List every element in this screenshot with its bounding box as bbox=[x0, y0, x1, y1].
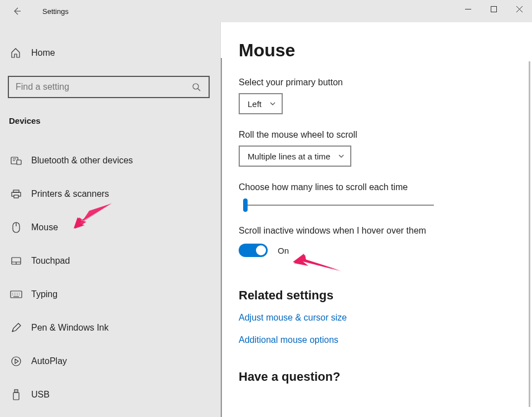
toggle-state-label: On bbox=[278, 246, 289, 255]
sidebar-item-label: Touchpad bbox=[31, 256, 70, 266]
svg-rect-4 bbox=[13, 190, 19, 192]
vertical-scrollbar[interactable] bbox=[529, 61, 530, 407]
search-box[interactable] bbox=[8, 76, 210, 98]
primary-button-dropdown[interactable]: Left bbox=[239, 93, 283, 114]
sidebar-item-label: Printers & scanners bbox=[31, 189, 109, 199]
lines-scroll-slider[interactable] bbox=[239, 198, 434, 215]
minimize-button[interactable] bbox=[455, 0, 481, 18]
sidebar-item-label: Typing bbox=[31, 289, 57, 299]
sidebar-item-usb[interactable]: USB bbox=[8, 382, 212, 408]
bluetooth-icon bbox=[10, 156, 22, 166]
keyboard-icon bbox=[10, 290, 22, 298]
svg-rect-11 bbox=[14, 390, 18, 392]
hover-scroll-label: Scroll inactive windows when I hover ove… bbox=[239, 226, 532, 236]
home-icon bbox=[10, 47, 21, 59]
minimize-icon bbox=[465, 6, 471, 12]
usb-icon bbox=[10, 389, 22, 400]
sidebar-item-pen[interactable]: Pen & Windows Ink bbox=[8, 315, 212, 341]
sidebar-item-label: Pen & Windows Ink bbox=[31, 323, 109, 333]
question-header: Have a question? bbox=[239, 370, 532, 384]
main-panel: Mouse Select your primary button Left Ro… bbox=[220, 22, 532, 417]
sidebar: Home Devices Bluetooth & other devices P… bbox=[0, 22, 220, 417]
related-settings-header: Related settings bbox=[239, 288, 532, 303]
close-button[interactable] bbox=[506, 0, 532, 18]
sidebar-item-label: USB bbox=[31, 390, 50, 400]
maximize-button[interactable] bbox=[481, 0, 506, 18]
slider-track bbox=[243, 205, 434, 206]
main-scroll-indicator bbox=[220, 58, 222, 417]
search-icon bbox=[192, 83, 202, 91]
chevron-down-icon bbox=[338, 153, 345, 159]
page-title: Mouse bbox=[239, 40, 532, 61]
pen-icon bbox=[10, 322, 22, 333]
wheel-scroll-label: Roll the mouse wheel to scroll bbox=[239, 130, 532, 140]
sidebar-item-autoplay[interactable]: AutoPlay bbox=[8, 348, 212, 374]
primary-button-label: Select your primary button bbox=[239, 77, 532, 88]
sidebar-item-label: Mouse bbox=[31, 222, 58, 232]
sidebar-home-label: Home bbox=[31, 48, 55, 58]
dropdown-value: Multiple lines at a time bbox=[248, 152, 330, 161]
svg-rect-6 bbox=[14, 195, 18, 198]
lines-scroll-label: Choose how many lines to scroll each tim… bbox=[239, 182, 532, 192]
hover-scroll-toggle[interactable] bbox=[239, 244, 268, 257]
svg-point-1 bbox=[193, 84, 199, 89]
chevron-down-icon bbox=[269, 100, 276, 107]
close-icon bbox=[516, 6, 523, 12]
sidebar-item-typing[interactable]: Typing bbox=[8, 282, 212, 307]
sidebar-home[interactable]: Home bbox=[8, 40, 212, 66]
wheel-scroll-dropdown[interactable]: Multiple lines at a time bbox=[239, 146, 351, 167]
sidebar-item-label: AutoPlay bbox=[31, 356, 67, 366]
link-adjust-mouse[interactable]: Adjust mouse & cursor size bbox=[239, 313, 532, 323]
search-input[interactable] bbox=[16, 82, 192, 92]
link-additional-mouse[interactable]: Additional mouse options bbox=[239, 335, 532, 345]
mouse-icon bbox=[10, 222, 22, 233]
touchpad-icon bbox=[10, 256, 22, 265]
sidebar-item-label: Bluetooth & other devices bbox=[31, 156, 133, 166]
sidebar-group-header: Devices bbox=[9, 116, 212, 125]
sidebar-item-printers[interactable]: Printers & scanners bbox=[8, 181, 212, 207]
autoplay-icon bbox=[10, 356, 22, 367]
window-title: Settings bbox=[42, 7, 69, 16]
sidebar-item-mouse[interactable]: Mouse bbox=[8, 215, 212, 240]
back-button[interactable] bbox=[8, 2, 26, 20]
sidebar-item-touchpad[interactable]: Touchpad bbox=[8, 248, 212, 274]
sidebar-item-bluetooth[interactable]: Bluetooth & other devices bbox=[8, 148, 212, 173]
svg-rect-0 bbox=[491, 6, 496, 12]
maximize-icon bbox=[491, 6, 497, 12]
printer-icon bbox=[10, 189, 22, 199]
dropdown-value: Left bbox=[248, 99, 262, 109]
back-arrow-icon bbox=[12, 7, 21, 16]
svg-rect-12 bbox=[13, 392, 19, 400]
svg-rect-3 bbox=[17, 160, 21, 164]
svg-point-10 bbox=[12, 357, 21, 366]
slider-thumb[interactable] bbox=[243, 198, 248, 212]
toggle-knob bbox=[256, 245, 266, 255]
